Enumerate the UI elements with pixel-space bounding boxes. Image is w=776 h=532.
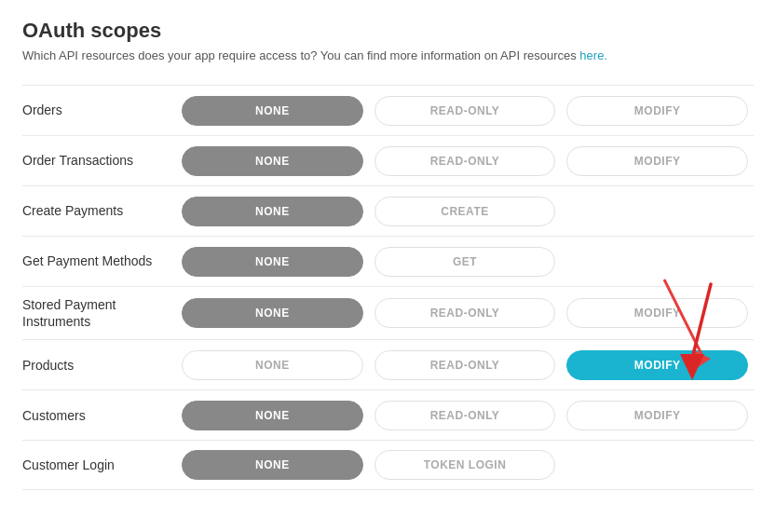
scope-btn-stored-payment-instruments-modify[interactable]: MODIFY	[566, 298, 748, 328]
scope-cell-stored-payment-instruments-2: MODIFY	[561, 291, 754, 335]
scope-btn-order-transactions-none[interactable]: NONE	[182, 146, 363, 176]
scope-btn-customers-read-only[interactable]: READ-ONLY	[374, 401, 556, 430]
scope-btn-create-payments-create[interactable]: CREATE	[374, 197, 556, 226]
scope-cell-order-transactions-1: READ-ONLY	[369, 139, 562, 184]
scope-cell-orders-1: READ-ONLY	[369, 89, 562, 133]
page-title: OAuth scopes	[22, 19, 754, 43]
scope-cell-order-transactions-2: MODIFY	[561, 139, 754, 184]
scope-row-create-payments: Create PaymentsNONECREATE	[22, 185, 754, 236]
scope-btn-order-transactions-read-only[interactable]: READ-ONLY	[374, 146, 556, 176]
scope-options-get-payment-methods: NONEGET	[176, 239, 754, 284]
scope-cell-products-0: NONE	[176, 343, 369, 388]
scope-btn-get-payment-methods-get[interactable]: GET	[374, 247, 556, 277]
scope-row-stored-payment-instruments: Stored Payment InstrumentsNONEREAD-ONLYM…	[22, 286, 754, 339]
scope-label-orders: Orders	[22, 92, 176, 128]
scope-row-get-payment-methods: Get Payment MethodsNONEGET	[22, 236, 754, 286]
scope-btn-customers-modify[interactable]: MODIFY	[566, 401, 748, 430]
api-resources-link[interactable]: here.	[579, 48, 607, 62]
scope-options-customers: NONEREAD-ONLYMODIFY	[176, 393, 754, 438]
scope-label-order-transactions: Order Transactions	[22, 143, 176, 178]
scope-cell-order-transactions-0: NONE	[176, 139, 369, 184]
scope-btn-products-read-only[interactable]: READ-ONLY	[374, 350, 556, 380]
scope-options-create-payments: NONECREATE	[176, 189, 754, 234]
scope-label-customers: Customers	[22, 398, 176, 433]
scope-btn-stored-payment-instruments-read-only[interactable]: READ-ONLY	[374, 298, 556, 328]
scope-cell-products-2: MODIFY	[561, 343, 754, 388]
scope-row-customers: CustomersNONEREAD-ONLYMODIFY	[22, 389, 754, 440]
scope-cell-customer-login-1: TOKEN LOGIN	[369, 443, 562, 487]
scope-cell-products-1: READ-ONLY	[369, 343, 562, 388]
scope-label-get-payment-methods: Get Payment Methods	[22, 243, 176, 279]
scope-cell-create-payments-1: CREATE	[369, 189, 562, 234]
scope-btn-orders-none[interactable]: NONE	[182, 96, 363, 126]
scope-btn-products-none[interactable]: NONE	[182, 350, 363, 380]
scope-row-customer-login: Customer LoginNONETOKEN LOGIN	[22, 440, 754, 490]
scope-cell-customer-login-0: NONE	[176, 443, 369, 487]
scope-cell-get-payment-methods-1: GET	[369, 239, 562, 284]
scope-options-orders: NONEREAD-ONLYMODIFY	[176, 89, 754, 133]
scope-row-orders: OrdersNONEREAD-ONLYMODIFY	[22, 85, 754, 135]
scope-btn-products-modify[interactable]: MODIFY	[566, 350, 748, 380]
scope-cell-get-payment-methods-2	[561, 239, 754, 284]
scope-cell-get-payment-methods-0: NONE	[176, 239, 369, 284]
scope-btn-create-payments-none[interactable]: NONE	[182, 197, 363, 226]
scope-options-customer-login: NONETOKEN LOGIN	[176, 443, 754, 487]
scope-label-customer-login: Customer Login	[22, 447, 176, 483]
scope-cell-customers-1: READ-ONLY	[369, 393, 562, 438]
scope-cell-customers-0: NONE	[176, 393, 369, 438]
scope-btn-stored-payment-instruments-none[interactable]: NONE	[182, 298, 363, 328]
scope-btn-orders-modify[interactable]: MODIFY	[566, 96, 748, 126]
scope-cell-orders-2: MODIFY	[561, 89, 754, 133]
scope-cell-create-payments-0: NONE	[176, 189, 369, 234]
scope-label-create-payments: Create Payments	[22, 193, 176, 228]
scope-btn-customers-none[interactable]: NONE	[182, 401, 363, 430]
scope-cell-orders-0: NONE	[176, 89, 369, 133]
scope-cell-stored-payment-instruments-0: NONE	[176, 291, 369, 335]
scope-cell-create-payments-2	[561, 189, 754, 234]
scope-options-stored-payment-instruments: NONEREAD-ONLYMODIFY	[176, 291, 754, 335]
page-subtitle: Which API resources does your app requir…	[22, 48, 754, 62]
scope-btn-order-transactions-modify[interactable]: MODIFY	[566, 146, 748, 176]
scopes-table: OrdersNONEREAD-ONLYMODIFYOrder Transacti…	[22, 85, 754, 490]
scope-btn-get-payment-methods-none[interactable]: NONE	[182, 247, 363, 277]
scope-cell-customers-2: MODIFY	[561, 393, 754, 438]
scope-btn-customer-login-none[interactable]: NONE	[182, 450, 363, 480]
scope-cell-stored-payment-instruments-1: READ-ONLY	[369, 291, 562, 335]
scope-row-products: ProductsNONEREAD-ONLYMODIFY	[22, 339, 754, 389]
scope-cell-customer-login-2	[561, 443, 754, 487]
scope-row-order-transactions: Order TransactionsNONEREAD-ONLYMODIFY	[22, 135, 754, 185]
scope-options-products: NONEREAD-ONLYMODIFY	[176, 343, 754, 388]
scope-btn-customer-login-token-login[interactable]: TOKEN LOGIN	[374, 450, 556, 480]
scope-options-order-transactions: NONEREAD-ONLYMODIFY	[176, 139, 754, 184]
scope-btn-orders-read-only[interactable]: READ-ONLY	[374, 96, 556, 126]
scope-label-stored-payment-instruments: Stored Payment Instruments	[22, 287, 176, 339]
scope-label-products: Products	[22, 348, 176, 383]
